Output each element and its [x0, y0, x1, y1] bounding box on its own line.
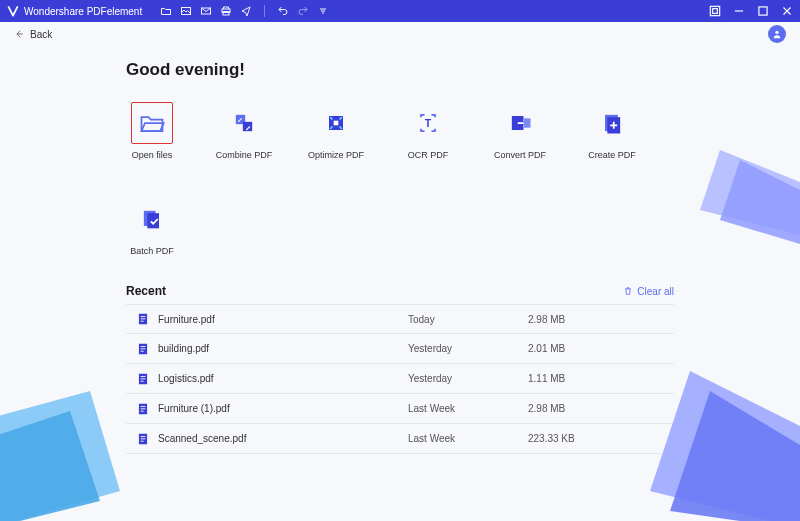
svg-rect-6 [759, 7, 767, 15]
picture-icon[interactable] [180, 5, 192, 17]
file-date: Last Week [408, 433, 528, 444]
back-label: Back [30, 29, 52, 40]
svg-rect-20 [141, 318, 146, 319]
file-size: 1.11 MB [528, 373, 565, 384]
svg-rect-24 [141, 348, 146, 349]
batch-icon [131, 198, 173, 240]
recent-file-row[interactable]: building.pdf Yesterday 2.01 MB [126, 334, 674, 364]
open-folder-icon[interactable] [160, 5, 172, 17]
redo-icon[interactable] [297, 5, 309, 17]
svg-rect-37 [141, 440, 144, 441]
pdf-file-icon [136, 312, 150, 326]
overflow-menu-icon[interactable] [317, 5, 329, 17]
undo-icon[interactable] [277, 5, 289, 17]
open-files-icon [131, 102, 173, 144]
file-name: Logistics.pdf [158, 373, 408, 384]
file-name: Furniture.pdf [158, 314, 408, 325]
recent-file-row[interactable]: Furniture (1).pdf Last Week 2.98 MB [126, 394, 674, 424]
mail-icon[interactable] [200, 5, 212, 17]
tile-label: OCR PDF [408, 150, 449, 160]
header-row: Back [0, 22, 800, 46]
recent-file-row[interactable]: Logistics.pdf Yesterday 1.11 MB [126, 364, 674, 394]
close-icon[interactable] [780, 4, 794, 18]
clear-all-label: Clear all [637, 286, 674, 297]
tile-label: Convert PDF [494, 150, 546, 160]
svg-rect-28 [141, 378, 146, 379]
svg-point-7 [775, 31, 778, 34]
svg-rect-4 [710, 6, 719, 15]
file-size: 2.98 MB [528, 314, 565, 325]
recent-file-row[interactable]: Furniture.pdf Today 2.98 MB [126, 304, 674, 334]
svg-rect-35 [141, 436, 146, 437]
clear-all-button[interactable]: Clear all [623, 286, 674, 297]
main-content: Good evening! Open files Combine PDF Opt… [0, 46, 800, 454]
pdf-file-icon [136, 432, 150, 446]
recent-file-row[interactable]: Scanned_scene.pdf Last Week 223.33 KB [126, 424, 674, 454]
convert-icon [499, 102, 541, 144]
optimize-icon [315, 102, 357, 144]
pdf-file-icon [136, 402, 150, 416]
file-name: building.pdf [158, 343, 408, 354]
svg-rect-36 [141, 438, 146, 439]
tile-label: Batch PDF [130, 246, 174, 256]
title-bar: Wondershare PDFelement [0, 0, 800, 22]
tile-open-files[interactable]: Open files [126, 102, 178, 160]
avatar[interactable] [768, 25, 786, 43]
svg-rect-19 [141, 316, 146, 317]
svg-rect-25 [141, 350, 144, 351]
ocr-icon: T [407, 102, 449, 144]
tile-label: Combine PDF [216, 150, 273, 160]
tile-batch-pdf[interactable]: Batch PDF [126, 198, 178, 256]
page-title: Good evening! [126, 60, 674, 80]
back-arrow-icon [14, 29, 24, 39]
svg-rect-23 [141, 346, 146, 347]
file-name: Scanned_scene.pdf [158, 433, 408, 444]
recent-title: Recent [126, 284, 166, 298]
recent-header: Recent Clear all [126, 284, 674, 298]
create-icon [591, 102, 633, 144]
combine-icon [223, 102, 265, 144]
tile-optimize-pdf[interactable]: Optimize PDF [310, 102, 362, 160]
file-date: Last Week [408, 403, 528, 414]
file-date: Yesterday [408, 343, 528, 354]
tile-create-pdf[interactable]: Create PDF [586, 102, 638, 160]
svg-rect-9 [243, 122, 252, 131]
tile-label: Create PDF [588, 150, 636, 160]
file-size: 2.01 MB [528, 343, 565, 354]
svg-rect-32 [141, 408, 146, 409]
svg-rect-31 [141, 406, 146, 407]
pdf-file-icon [136, 342, 150, 356]
svg-rect-29 [141, 380, 144, 381]
tile-combine-pdf[interactable]: Combine PDF [218, 102, 270, 160]
back-button[interactable]: Back [14, 29, 52, 40]
trash-icon [623, 286, 633, 296]
app-logo-icon [6, 4, 20, 18]
toolbar-separator [264, 5, 265, 17]
tile-ocr-pdf[interactable]: T OCR PDF [402, 102, 454, 160]
tile-convert-pdf[interactable]: Convert PDF [494, 102, 546, 160]
share-icon[interactable] [240, 5, 252, 17]
svg-rect-21 [141, 321, 144, 322]
pdf-file-icon [136, 372, 150, 386]
file-date: Today [408, 314, 528, 325]
file-size: 2.98 MB [528, 403, 565, 414]
tile-label: Open files [132, 150, 173, 160]
svg-rect-27 [141, 376, 146, 377]
svg-rect-33 [141, 410, 144, 411]
print-icon[interactable] [220, 5, 232, 17]
action-tiles: Open files Combine PDF Optimize PDF T OC… [126, 102, 674, 256]
tile-label: Optimize PDF [308, 150, 364, 160]
file-size: 223.33 KB [528, 433, 575, 444]
file-name: Furniture (1).pdf [158, 403, 408, 414]
svg-rect-5 [713, 9, 718, 14]
user-icon [772, 29, 782, 39]
svg-rect-13 [524, 118, 531, 127]
fullscreen-icon[interactable] [708, 4, 722, 18]
maximize-icon[interactable] [756, 4, 770, 18]
svg-text:T: T [425, 117, 432, 129]
minimize-icon[interactable] [732, 4, 746, 18]
recent-list: Furniture.pdf Today 2.98 MB building.pdf… [126, 304, 674, 454]
file-date: Yesterday [408, 373, 528, 384]
app-title: Wondershare PDFelement [24, 6, 142, 17]
